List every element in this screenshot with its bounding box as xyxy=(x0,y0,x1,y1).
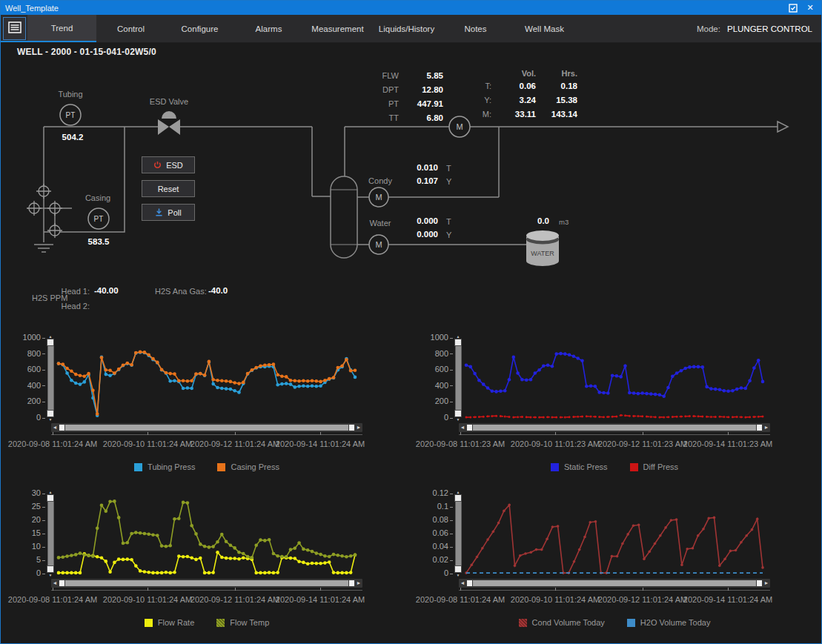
scroll-range-bar[interactable] xyxy=(473,580,756,586)
y-tick-label: 0.04 xyxy=(433,542,453,551)
scroll-left-arrow[interactable]: ◄ xyxy=(51,579,59,588)
legend-swatch xyxy=(630,463,638,471)
tab-trend[interactable]: Trend xyxy=(27,15,96,42)
series-line-cond-volume-today xyxy=(466,505,763,573)
slider-down-arrow[interactable]: ▼ xyxy=(49,417,53,422)
pt-label: PT xyxy=(369,99,399,108)
flw-label: FLW xyxy=(369,71,399,80)
dpt-value: 12.80 xyxy=(401,85,443,94)
slider-track[interactable] xyxy=(455,502,462,565)
x-axis-label: 2020-09-14 11:01:24 AM xyxy=(276,595,365,604)
month-row-label: M: xyxy=(469,110,491,119)
horizontal-scrollbar[interactable]: ◄► xyxy=(51,579,362,588)
scroll-right-arrow[interactable]: ► xyxy=(355,579,362,588)
chart-legend: Static PressDiff Press xyxy=(463,462,766,471)
slider-track[interactable] xyxy=(455,346,462,410)
today-hrs-value: 0.18 xyxy=(537,82,577,90)
scroll-range-bar[interactable] xyxy=(65,425,348,431)
tab-well-mask[interactable]: Well Mask xyxy=(510,15,579,42)
reset-button[interactable]: Reset xyxy=(142,180,195,197)
tab-alarms[interactable]: Alarms xyxy=(234,15,303,42)
legend-item-casing-press: Casing Press xyxy=(217,462,279,471)
menu-button[interactable] xyxy=(3,17,26,40)
x-axis-labels: 2020-09-08 11:01:24 AM2020-09-10 11:01:2… xyxy=(423,595,773,605)
scroll-left-arrow[interactable]: ◄ xyxy=(459,423,466,432)
slider-track[interactable] xyxy=(47,502,54,565)
today-row-label: T: xyxy=(469,82,491,90)
scroll-right-thumb[interactable] xyxy=(756,580,763,587)
horizontal-scrollbar[interactable]: ◄► xyxy=(51,423,362,432)
scroll-left-arrow[interactable]: ◄ xyxy=(51,423,59,432)
slider-top-thumb[interactable] xyxy=(454,339,462,346)
scroll-right-arrow[interactable]: ► xyxy=(763,579,770,588)
scroll-right-arrow[interactable]: ► xyxy=(355,423,362,432)
slider-top-thumb[interactable] xyxy=(47,339,54,346)
y-tick-label: 800 xyxy=(27,349,45,358)
scroll-left-thumb[interactable] xyxy=(59,424,65,431)
vertical-range-slider[interactable]: ▲▼ xyxy=(453,490,463,577)
h2s-ana-gas-value: -40.0 xyxy=(208,286,241,295)
legend-label: Diff Press xyxy=(643,462,678,471)
y-tick-label: 1000 xyxy=(23,333,45,342)
vertical-range-slider[interactable]: ▲▼ xyxy=(45,334,56,422)
slider-down-arrow[interactable]: ▼ xyxy=(49,573,53,577)
vertical-range-slider[interactable]: ▲▼ xyxy=(453,334,463,422)
y-tick-label: 200 xyxy=(435,396,453,405)
scroll-right-thumb[interactable] xyxy=(348,424,355,431)
chart-flow-rate-temp: 302520151050▲▼◄►2020-09-08 11:01:24 AM20… xyxy=(16,490,365,643)
vertical-range-slider[interactable]: ▲▼ xyxy=(45,490,56,577)
poll-button[interactable]: Poll xyxy=(142,204,195,221)
yesterday-row-label: Y: xyxy=(469,96,491,104)
scroll-range-bar[interactable] xyxy=(473,425,756,431)
slider-down-arrow[interactable]: ▼ xyxy=(457,417,460,422)
scroll-left-arrow[interactable]: ◄ xyxy=(459,579,466,588)
download-icon xyxy=(155,208,163,216)
y-tick-label: 200 xyxy=(27,396,45,405)
x-axis-line xyxy=(51,434,362,439)
esd-button[interactable]: ESD xyxy=(142,156,195,173)
scroll-left-thumb[interactable] xyxy=(59,580,65,587)
slider-bottom-thumb[interactable] xyxy=(454,410,462,417)
x-axis-label: 2020-09-12 11:01:23 AM xyxy=(598,439,687,448)
scroll-left-thumb[interactable] xyxy=(466,580,473,587)
tab-liquids-history[interactable]: Liquids/History xyxy=(372,15,441,42)
y-tick-label: 0.12 xyxy=(433,488,453,497)
h2s-head1-label: Head 1: xyxy=(59,287,90,296)
scroll-right-arrow[interactable]: ► xyxy=(763,423,770,432)
scroll-range-bar[interactable] xyxy=(65,580,348,586)
series-line-casing-press xyxy=(59,352,355,414)
x-axis-label: 2020-09-14 11:01:24 AM xyxy=(276,439,365,448)
chart-static-diff-press: 10008006004002000▲▼◄►2020-09-08 11:01:23… xyxy=(423,334,773,488)
x-axis-label: 2020-09-12 11:01:24 AM xyxy=(190,595,279,604)
y-tick-label: 0 xyxy=(36,568,45,577)
scroll-right-thumb[interactable] xyxy=(348,580,355,587)
tab-configure[interactable]: Configure xyxy=(165,15,234,42)
x-axis-label: 2020-09-10 11:01:24 AM xyxy=(103,595,192,604)
slider-bottom-thumb[interactable] xyxy=(47,410,54,417)
slider-bottom-thumb[interactable] xyxy=(47,565,54,573)
horizontal-scrollbar[interactable]: ◄► xyxy=(459,579,770,588)
slider-top-thumb[interactable] xyxy=(454,494,462,502)
y-tick-label: 600 xyxy=(435,365,453,374)
pin-window-icon[interactable] xyxy=(788,3,798,13)
legend-swatch xyxy=(134,463,142,471)
today-vol-value: 0.06 xyxy=(499,82,536,90)
scroll-right-thumb[interactable] xyxy=(756,424,763,431)
tab-control[interactable]: Control xyxy=(96,15,165,42)
slider-top-thumb[interactable] xyxy=(47,494,54,502)
scroll-left-thumb[interactable] xyxy=(466,424,473,431)
legend-swatch xyxy=(627,619,635,627)
slider-track[interactable] xyxy=(47,346,54,410)
horizontal-scrollbar[interactable]: ◄► xyxy=(459,423,770,432)
slider-down-arrow[interactable]: ▼ xyxy=(457,573,460,577)
legend-item-static-press: Static Press xyxy=(551,462,608,471)
slider-bottom-thumb[interactable] xyxy=(454,565,462,573)
tab-notes[interactable]: Notes xyxy=(441,15,510,42)
power-icon xyxy=(153,161,162,169)
tab-measurement[interactable]: Measurement xyxy=(303,15,372,42)
esd-valve-label: ESD Valve xyxy=(145,97,193,106)
legend-label: Flow Temp xyxy=(230,618,269,627)
close-icon[interactable]: ✕ xyxy=(805,3,815,13)
y-tick-label: 5 xyxy=(36,555,45,564)
water-tank-icon: WATER xyxy=(526,230,559,266)
